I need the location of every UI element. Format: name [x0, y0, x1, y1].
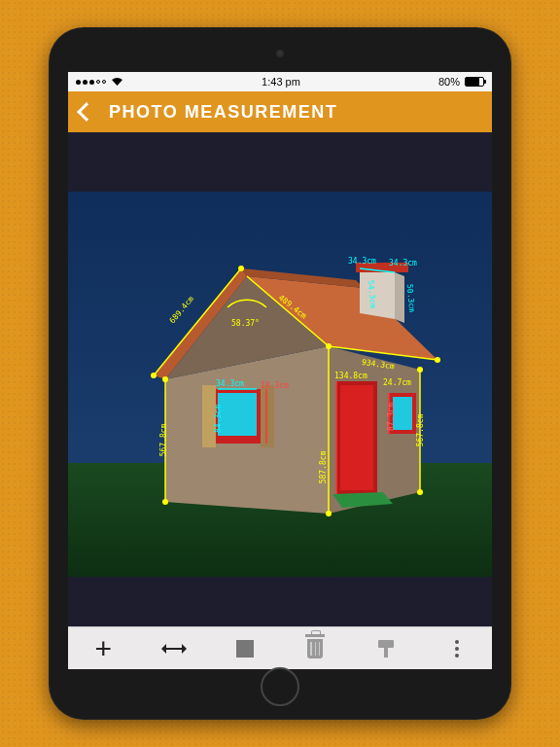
more-button[interactable]	[445, 637, 469, 660]
house-illustration	[68, 132, 492, 626]
svg-point-27	[435, 357, 440, 363]
meas-wall-front: 587.8cm	[319, 451, 328, 484]
page-title: PHOTO MEASUREMENT	[109, 102, 337, 123]
svg-point-30	[417, 489, 423, 495]
tablet-camera	[275, 49, 285, 58]
status-bar: 1:43 pm 80%	[68, 72, 492, 91]
toolbar: +	[68, 626, 492, 669]
svg-point-32	[162, 376, 168, 382]
add-button[interactable]: +	[91, 637, 115, 660]
svg-rect-10	[340, 385, 373, 490]
status-time: 1:43 pm	[262, 76, 300, 88]
trash-icon	[307, 639, 323, 658]
delete-button[interactable]	[303, 637, 327, 660]
svg-point-31	[417, 367, 423, 373]
meas-window1-h: 84.3cm	[214, 405, 223, 433]
back-icon[interactable]	[77, 102, 96, 122]
svg-point-26	[326, 343, 332, 349]
resize-button[interactable]	[162, 637, 186, 660]
svg-rect-14	[261, 385, 274, 447]
meas-chimney-b: 34.3cm	[389, 259, 417, 267]
wifi-icon	[111, 77, 123, 87]
tablet-home-button[interactable]	[261, 667, 299, 706]
svg-point-29	[326, 511, 332, 516]
meas-wall-left: 567.8cm	[159, 424, 168, 457]
svg-rect-12	[218, 393, 257, 436]
svg-rect-39	[384, 648, 388, 658]
area-button[interactable]	[233, 637, 257, 660]
arrows-icon	[162, 648, 186, 650]
svg-point-25	[238, 266, 244, 271]
plus-icon: +	[95, 632, 113, 665]
svg-point-28	[162, 499, 168, 505]
meas-window2-h: 87.3cm	[387, 403, 396, 431]
meas-wall-right: 567.8cm	[416, 414, 425, 447]
meas-door-h: 134.8cm	[334, 372, 368, 380]
photo-canvas[interactable]: 689.4cm 489.4cm 934.3cm 58.37° 34.3cm 34…	[68, 132, 492, 626]
battery-percent: 80%	[438, 76, 460, 88]
paint-icon	[375, 638, 397, 659]
svg-point-24	[151, 373, 157, 378]
meas-window1-w: 34.3cm	[216, 379, 244, 388]
battery-icon	[465, 77, 484, 87]
meas-door-w: 24.7cm	[383, 378, 411, 387]
signal-dots-icon	[76, 80, 106, 85]
svg-rect-16	[393, 397, 412, 430]
meas-window1-d: 18.3cm	[261, 381, 289, 390]
app-screen: 1:43 pm 80% PHOTO MEASUREMENT	[68, 72, 492, 669]
square-icon	[236, 640, 254, 658]
paint-button[interactable]	[374, 637, 398, 660]
meas-chimney-a: 34.3cm	[348, 257, 376, 266]
meas-angle: 58.37°	[231, 319, 260, 328]
app-header: PHOTO MEASUREMENT	[68, 91, 492, 132]
svg-marker-7	[395, 272, 404, 323]
svg-marker-6	[360, 268, 395, 319]
svg-rect-38	[378, 640, 394, 648]
kebab-icon	[455, 640, 459, 658]
svg-marker-17	[332, 492, 393, 508]
